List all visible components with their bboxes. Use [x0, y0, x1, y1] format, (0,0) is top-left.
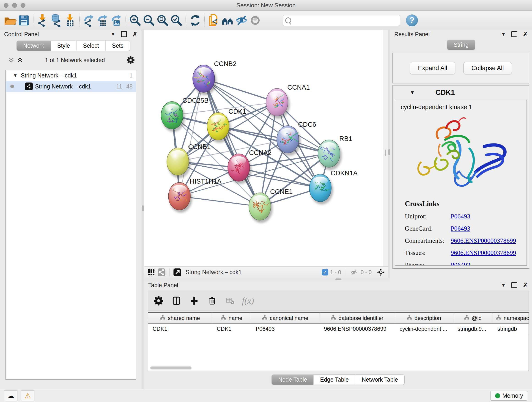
- first-neighbors-icon[interactable]: [221, 13, 234, 27]
- show-all-icon[interactable]: [248, 13, 262, 27]
- apply-layout-icon[interactable]: [188, 13, 202, 27]
- detach-view-icon[interactable]: [172, 268, 182, 277]
- table-cell[interactable]: CDK1: [212, 324, 251, 334]
- network-node-CDKN1A[interactable]: CDKN1A: [309, 169, 358, 204]
- table-panel-close-icon[interactable]: ✗: [523, 282, 528, 288]
- results-panel-float-icon[interactable]: [511, 31, 517, 37]
- column-header-name[interactable]: name: [212, 313, 251, 323]
- memory-button[interactable]: Memory: [490, 391, 528, 401]
- control-panel-float-icon[interactable]: [121, 31, 127, 37]
- network-node-CCNB1[interactable]: CCNB1: [167, 143, 210, 178]
- show-columns-icon[interactable]: [171, 295, 182, 307]
- column-header-description[interactable]: description: [395, 313, 453, 323]
- warning-icon[interactable]: ⚠: [21, 390, 34, 401]
- table-cell[interactable]: P06493: [251, 324, 319, 334]
- gene-section-expander-icon[interactable]: ▼: [410, 89, 415, 96]
- expand-all-button[interactable]: Expand All: [410, 62, 455, 74]
- table-cell[interactable]: stringdb:9...: [453, 324, 493, 334]
- zoom-fit-icon[interactable]: [156, 13, 170, 27]
- table-splitter-handle[interactable]: [336, 279, 341, 280]
- column-header-database-identifier[interactable]: database identifier: [319, 313, 395, 323]
- export-image-icon[interactable]: [109, 13, 123, 27]
- toolbar-separator: [126, 14, 126, 27]
- selected-checkbox[interactable]: ✓: [322, 269, 328, 275]
- open-session-icon[interactable]: [3, 13, 17, 27]
- network-node-HIST1H1A[interactable]: HIST1H1A: [168, 178, 222, 213]
- tab-network-table[interactable]: Network Table: [355, 375, 404, 385]
- save-session-icon[interactable]: [17, 13, 31, 27]
- import-table-file-icon[interactable]: [63, 13, 77, 27]
- network-graph[interactable]: CCNB2 CCNA1 CDC25B CDK1 CDC6 RB1 CCNB1 C…: [144, 30, 383, 266]
- export-network-icon[interactable]: [82, 13, 96, 27]
- network-view-toolbar: String Network – cdk1 ✓ 1 - 0 0 - 0: [144, 266, 388, 278]
- crosslink-link[interactable]: P06493: [451, 225, 470, 232]
- collapse-all-icon[interactable]: [7, 54, 16, 66]
- tab-select[interactable]: Select: [76, 41, 105, 51]
- memory-label: Memory: [502, 392, 523, 399]
- network-node-CDK1[interactable]: CDK1: [207, 108, 246, 143]
- import-network-file-icon[interactable]: [36, 13, 50, 27]
- tree-expander-icon[interactable]: ▼: [13, 73, 18, 78]
- network-node-CCNA2[interactable]: CCNA2: [228, 149, 272, 184]
- birdseye-view-icon[interactable]: [376, 268, 386, 277]
- network-edge[interactable]: [204, 79, 260, 206]
- delete-column-icon[interactable]: [206, 295, 218, 307]
- table-hscrollbar-thumb[interactable]: [150, 366, 191, 370]
- network-node-CCNB2[interactable]: CCNB2: [193, 60, 236, 95]
- results-panel-menu-icon[interactable]: ▼: [501, 32, 506, 37]
- network-canvas[interactable]: CCNB2 CCNA1 CDC25B CDK1 CDC6 RB1 CCNB1 C…: [144, 30, 388, 267]
- duplicate-network-icon[interactable]: [207, 13, 221, 27]
- control-panel-close-icon[interactable]: ✗: [133, 31, 138, 37]
- help-button[interactable]: ?: [406, 14, 418, 26]
- network-right-strip: [383, 30, 388, 266]
- zoom-out-icon[interactable]: [142, 13, 156, 27]
- network-tree-collection-row[interactable]: ▼ String Network – cdk1 1: [6, 70, 136, 81]
- tab-string[interactable]: String: [447, 40, 475, 50]
- network-node-CCNE1[interactable]: CCNE1: [249, 188, 293, 223]
- column-header-canonical-name[interactable]: canonical name: [251, 313, 319, 323]
- tab-sets[interactable]: Sets: [105, 41, 130, 51]
- node-label: CCNE1: [270, 188, 293, 195]
- export-table-icon[interactable]: [96, 13, 109, 27]
- expand-all-icon[interactable]: [16, 54, 24, 66]
- collapse-all-button[interactable]: Collapse All: [463, 62, 512, 74]
- tab-network[interactable]: Network: [17, 41, 51, 51]
- network-status-dot: [10, 85, 14, 88]
- table-row[interactable]: CDK1CDK1P064939606.ENSP00000378699cyclin…: [148, 324, 529, 334]
- table-cell[interactable]: 9606.ENSP00000378699: [319, 324, 395, 334]
- table-cell[interactable]: CDK1: [148, 324, 212, 334]
- column-header-shared-name[interactable]: shared name: [148, 313, 212, 323]
- right-splitter-handle[interactable]: [388, 149, 390, 155]
- hidden-eye-icon: [349, 268, 359, 277]
- cloud-icon[interactable]: ☁: [4, 390, 17, 401]
- create-column-icon[interactable]: [188, 295, 200, 307]
- search-input[interactable]: [293, 17, 398, 24]
- crosslink-link[interactable]: 9606.ENSP00000378699: [451, 249, 516, 256]
- network-node-CDC25B[interactable]: CDC25B: [161, 97, 209, 132]
- grid-view-icon[interactable]: [146, 268, 157, 277]
- zoom-selected-icon[interactable]: [170, 13, 183, 27]
- column-header-namespace[interactable]: namespace: [493, 313, 529, 323]
- left-splitter-handle[interactable]: [142, 205, 144, 211]
- network-node-RB1[interactable]: RB1: [318, 135, 352, 170]
- table-settings-gear-icon[interactable]: [152, 295, 165, 307]
- control-panel-menu-icon[interactable]: ▼: [110, 32, 115, 37]
- crosslink-link[interactable]: P06493: [451, 213, 470, 220]
- tab-node-table[interactable]: Node Table: [272, 375, 313, 385]
- table-panel-float-icon[interactable]: [511, 282, 517, 288]
- column-header--id[interactable]: @id: [453, 313, 493, 323]
- network-tree-network-row[interactable]: String Network – cdk1 11 48: [6, 81, 136, 92]
- table-panel-menu-icon[interactable]: ▼: [501, 283, 506, 288]
- zoom-in-icon[interactable]: [128, 13, 142, 27]
- table-cell[interactable]: cyclin-dependent ...: [395, 324, 453, 334]
- results-panel-close-icon[interactable]: ✗: [523, 31, 528, 37]
- hide-selected-icon[interactable]: [234, 13, 248, 27]
- table-cell[interactable]: stringdb: [493, 324, 529, 334]
- network-options-gear-icon[interactable]: [126, 54, 136, 66]
- crosslink-link[interactable]: P06493: [451, 261, 470, 266]
- tab-edge-table[interactable]: Edge Table: [313, 375, 355, 385]
- crosslink-link[interactable]: 9606.ENSP00000378699: [451, 237, 516, 244]
- tab-style[interactable]: Style: [51, 41, 76, 51]
- import-network-database-icon[interactable]: [50, 13, 63, 27]
- canvas-splitter-handle[interactable]: [385, 150, 386, 156]
